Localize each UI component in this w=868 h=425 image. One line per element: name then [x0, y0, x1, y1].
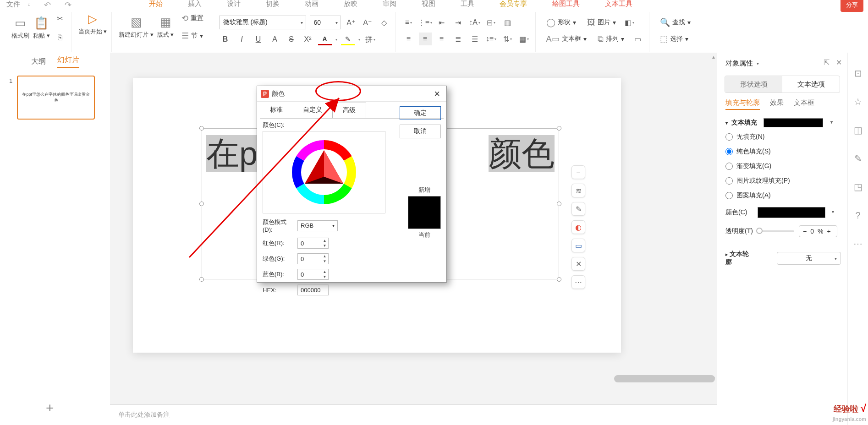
resize-handle[interactable]	[199, 126, 204, 131]
float-layers-icon[interactable]: ≋	[571, 184, 585, 197]
cut-icon[interactable]: ✂	[54, 12, 66, 25]
fr-more-icon[interactable]: ⋯	[853, 239, 863, 249]
tab-review[interactable]: 审阅	[380, 0, 399, 8]
tab-view[interactable]: 视图	[419, 0, 438, 8]
slides-tab[interactable]: 幻灯片	[57, 55, 79, 68]
italic-button[interactable]: I	[236, 33, 248, 46]
file-menu[interactable]: 文件	[6, 0, 20, 9]
float-crop-icon[interactable]: ✕	[571, 257, 585, 271]
line-spacing-button[interactable]: ↕≡	[485, 33, 498, 45]
image-button[interactable]: 🖼图片 ▾	[583, 16, 620, 29]
color-picker-area[interactable]	[263, 131, 385, 213]
bullets-button[interactable]: ≡	[402, 16, 415, 29]
shadow-button[interactable]: A	[269, 33, 281, 46]
tab-slideshow[interactable]: 放映	[341, 0, 360, 8]
fr-book-icon[interactable]: ◫	[853, 125, 863, 135]
indent-dec-button[interactable]: ⇤	[435, 16, 448, 29]
text-fill-swatch[interactable]	[764, 118, 823, 127]
align-left-button[interactable]: ≡	[402, 33, 415, 45]
superscript-button[interactable]: X²	[302, 33, 314, 46]
tab-insert[interactable]: 插入	[186, 0, 204, 8]
text-options-tab[interactable]: 文本选项	[782, 76, 840, 93]
chevron-down-icon[interactable]: ▾	[757, 61, 759, 66]
fr-cube-icon[interactable]: ◳	[853, 182, 863, 192]
distribute-button[interactable]: ☰	[468, 33, 481, 45]
tab-vip[interactable]: 会员专享	[497, 0, 529, 8]
scroll-up-icon[interactable]: ▲	[710, 53, 717, 61]
fr-wrench-icon[interactable]: ✎	[853, 153, 863, 163]
find-button[interactable]: 🔍查找 ▾	[656, 16, 694, 29]
tab-standard[interactable]: 标准	[260, 103, 293, 117]
align-justify-button[interactable]: ≣	[452, 33, 465, 45]
fr-star-icon[interactable]: ☆	[853, 97, 863, 107]
indent-inc-button[interactable]: ⇥	[452, 16, 465, 29]
radio-solid-fill[interactable]: 纯色填充(S)	[725, 147, 841, 156]
layout-button[interactable]: ▦版式 ▾	[157, 15, 174, 39]
pin-icon[interactable]: ⇱	[824, 58, 830, 67]
textbox-button[interactable]: A▭文本框 ▾	[543, 33, 590, 45]
ok-button[interactable]: 确定	[400, 106, 441, 120]
bold-button[interactable]: B	[219, 33, 232, 46]
radio-pattern-fill[interactable]: 图案填充(A)	[725, 191, 841, 200]
copy-icon[interactable]: ⎘	[54, 31, 66, 44]
sub-tab-fill[interactable]: 填充与轮廓	[725, 98, 760, 110]
scrollbar-thumb[interactable]	[614, 375, 715, 382]
resize-handle[interactable]	[557, 277, 561, 282]
color-mode-combo[interactable]: RGB	[297, 220, 338, 231]
fill-color-combo[interactable]	[758, 207, 825, 218]
font-color-button[interactable]: A	[318, 33, 332, 45]
shape-button[interactable]: ◯形状 ▾	[543, 16, 580, 29]
shape-options-tab[interactable]: 形状选项	[725, 76, 782, 93]
highlight-button[interactable]: ✎	[341, 33, 355, 45]
tab-design[interactable]: 设计	[225, 0, 243, 8]
tab-drawing[interactable]: 绘图工具	[550, 0, 582, 8]
radio-picture-fill[interactable]: 图片或纹理填充(P)	[725, 177, 841, 185]
reset-button[interactable]: ⟲重置	[178, 12, 207, 25]
paste-button[interactable]: 📋粘贴 ▾	[33, 16, 50, 40]
shape-outline-button[interactable]: ▭	[632, 33, 644, 45]
from-current-button[interactable]: ▷当页开始 ▾	[78, 12, 107, 36]
resize-handle[interactable]	[199, 202, 204, 206]
decrease-font-icon[interactable]: A⁻	[361, 16, 374, 29]
section-text-fill[interactable]: 文本填充	[725, 118, 841, 127]
shape-fill-button[interactable]: ◧	[623, 16, 636, 29]
section-button[interactable]: ☰节 ▾	[178, 29, 207, 42]
slide-thumbnail[interactable]: 在ppt里怎么在字体的颜色里调出黄金色	[17, 76, 95, 120]
sub-tab-textbox[interactable]: 文本框	[794, 98, 814, 110]
align-text-v-button[interactable]: ⊟	[485, 16, 498, 29]
tab-transition[interactable]: 切换	[264, 0, 282, 8]
new-slide-button[interactable]: ▧新建幻灯片 ▾	[119, 15, 154, 39]
color-wheel-icon[interactable]	[287, 136, 361, 209]
notes-input[interactable]: 单击此处添加备注	[110, 404, 717, 425]
radio-gradient-fill[interactable]: 渐变填充(G)	[725, 162, 841, 170]
format-painter-button[interactable]: ▭格式刷	[11, 16, 29, 40]
float-minus-button[interactable]: −	[571, 165, 585, 179]
blue-input[interactable]: 0▲▼	[297, 269, 329, 280]
red-input[interactable]: 0▲▼	[297, 238, 329, 249]
section-text-outline[interactable]: 文本轮廓	[725, 250, 754, 267]
outline-tab[interactable]: 大纲	[31, 57, 46, 66]
tab-tools[interactable]: 工具	[458, 0, 477, 8]
tab-custom[interactable]: 自定义	[293, 103, 332, 117]
float-more-icon[interactable]: ⋯	[571, 275, 585, 289]
tab-text-tools[interactable]: 文本工具	[603, 0, 635, 8]
resize-handle[interactable]	[557, 202, 561, 206]
green-input[interactable]: 0▲▼	[297, 253, 329, 264]
transparency-input[interactable]: −0%+	[799, 225, 837, 237]
float-eyedropper-icon[interactable]: ✎	[571, 202, 585, 216]
underline-button[interactable]: U	[252, 33, 265, 46]
float-paint-icon[interactable]: ◐	[571, 220, 585, 234]
tab-animation[interactable]: 动画	[302, 0, 321, 8]
numbering-button[interactable]: ⋮≡	[419, 16, 432, 29]
para-spacing-button[interactable]: ⇅	[501, 33, 514, 45]
tab-advanced[interactable]: 高级	[332, 103, 366, 118]
arrange-button[interactable]: ⧉排列 ▾	[594, 33, 628, 45]
select-button[interactable]: ⬚选择 ▾	[656, 33, 694, 45]
strike-button[interactable]: S	[285, 33, 298, 46]
float-frame-icon[interactable]: ▭	[571, 239, 585, 252]
radio-no-fill[interactable]: 无填充(N)	[725, 133, 841, 141]
resize-handle[interactable]	[557, 126, 561, 131]
close-icon[interactable]: ×	[430, 87, 444, 101]
align-right-button[interactable]: ≡	[435, 33, 448, 45]
text-direction-button[interactable]: ↕A	[468, 16, 481, 29]
